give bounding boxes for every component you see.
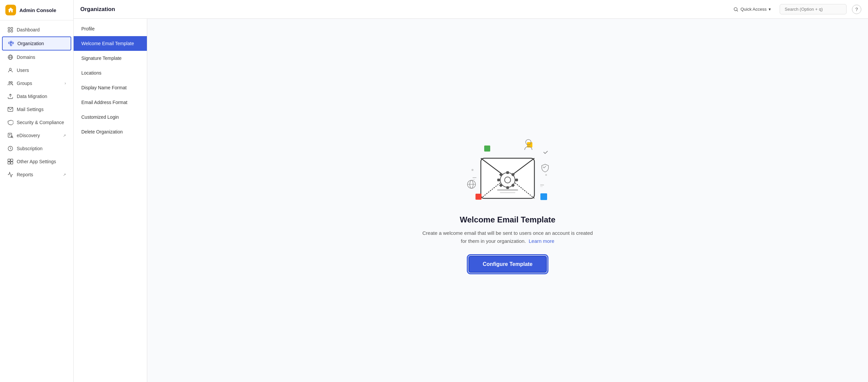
- submenu-item-customized-login[interactable]: Customized Login: [73, 110, 147, 124]
- content-area: Profile Welcome Email Template Signature…: [73, 19, 868, 382]
- sidebar-label-dashboard: Dashboard: [17, 27, 40, 32]
- submenu-item-welcome-email[interactable]: Welcome Email Template: [73, 36, 147, 51]
- svg-point-13: [9, 68, 11, 70]
- sidebar-label-groups: Groups: [17, 81, 32, 86]
- svg-point-26: [734, 7, 737, 10]
- svg-point-14: [9, 82, 11, 83]
- sidebar: Admin Console Dashboard Organization Dom…: [0, 0, 73, 382]
- svg-rect-22: [8, 159, 10, 162]
- main-area: Organization Quick Access ▾ ? Profile We…: [73, 0, 868, 382]
- sidebar-item-users[interactable]: Users: [2, 64, 71, 76]
- sidebar-item-domains[interactable]: Domains: [2, 51, 71, 64]
- sidebar-label-users: Users: [17, 68, 29, 73]
- external-link-icon-reports: ↗: [63, 172, 66, 177]
- submenu-item-locations[interactable]: Locations: [73, 66, 147, 80]
- svg-rect-2: [8, 30, 10, 32]
- svg-rect-45: [540, 193, 547, 200]
- svg-rect-3: [11, 30, 13, 32]
- sidebar-item-mail-settings[interactable]: Mail Settings: [2, 103, 71, 116]
- topbar: Organization Quick Access ▾ ?: [73, 0, 868, 19]
- dropdown-arrow-icon: ▾: [769, 7, 771, 12]
- sidebar-item-security[interactable]: Security & Compliance: [2, 116, 71, 129]
- page-title: Organization: [80, 6, 724, 13]
- sidebar-label-domains: Domains: [17, 55, 35, 60]
- configure-template-button[interactable]: Configure Template: [468, 256, 547, 273]
- svg-rect-24: [8, 162, 10, 164]
- page-description-text: Create a welcome email that will be sent…: [422, 230, 593, 244]
- svg-point-15: [11, 82, 13, 83]
- svg-rect-1: [11, 27, 13, 29]
- svg-rect-23: [11, 159, 13, 162]
- submenu-item-profile[interactable]: Profile: [73, 22, 147, 36]
- page-main-content: Welcome Email Template Create a welcome …: [147, 19, 868, 382]
- sidebar-label-data-migration: Data Migration: [17, 94, 47, 99]
- submenu-item-delete-org[interactable]: Delete Organization: [73, 124, 147, 139]
- sidebar-label-other-app-settings: Other App Settings: [17, 159, 56, 164]
- help-button[interactable]: ?: [852, 5, 861, 14]
- page-description: Create a welcome email that will be sent…: [421, 229, 595, 245]
- sidebar-label-mail-settings: Mail Settings: [17, 107, 43, 112]
- search-icon: [733, 7, 739, 12]
- learn-more-link[interactable]: Learn more: [529, 238, 555, 244]
- svg-point-19: [11, 136, 13, 138]
- search-input[interactable]: [780, 4, 846, 14]
- sidebar-item-data-migration[interactable]: Data Migration: [2, 90, 71, 103]
- svg-rect-33: [506, 171, 509, 174]
- external-link-icon: ↗: [63, 133, 66, 138]
- submenu-item-signature-template[interactable]: Signature Template: [73, 51, 147, 66]
- sidebar-nav: Dashboard Organization Domains Users Gro…: [0, 21, 73, 382]
- svg-point-51: [471, 169, 473, 171]
- sidebar-header: Admin Console: [0, 0, 73, 21]
- svg-rect-7: [12, 42, 14, 44]
- quick-access-button[interactable]: Quick Access ▾: [730, 5, 774, 14]
- svg-rect-46: [475, 194, 482, 200]
- submenu: Profile Welcome Email Template Signature…: [73, 19, 147, 382]
- chevron-right-icon: ›: [65, 81, 66, 86]
- sidebar-label-security: Security & Compliance: [17, 120, 64, 125]
- svg-rect-34: [506, 186, 509, 189]
- sidebar-item-other-app-settings[interactable]: Other App Settings: [2, 155, 71, 168]
- svg-rect-36: [515, 179, 518, 181]
- sidebar-item-dashboard[interactable]: Dashboard: [2, 24, 71, 36]
- sidebar-item-reports[interactable]: Reports ↗: [2, 168, 71, 181]
- sidebar-item-organization[interactable]: Organization: [2, 36, 71, 51]
- svg-line-27: [737, 10, 738, 11]
- quick-access-label: Quick Access: [741, 7, 767, 12]
- svg-point-52: [546, 174, 547, 176]
- app-logo: [5, 5, 16, 15]
- sidebar-label-reports: Reports: [17, 172, 33, 177]
- svg-rect-4: [9, 42, 10, 44]
- submenu-item-display-name[interactable]: Display Name Format: [73, 80, 147, 95]
- app-title: Admin Console: [20, 7, 56, 13]
- submenu-item-email-address[interactable]: Email Address Format: [73, 95, 147, 110]
- page-heading: Welcome Email Template: [460, 215, 555, 224]
- sidebar-label-ediscovery: eDiscovery: [17, 133, 40, 138]
- svg-line-20: [12, 137, 13, 138]
- welcome-email-illustration: [454, 128, 561, 215]
- svg-rect-43: [484, 146, 490, 152]
- svg-rect-0: [8, 27, 10, 29]
- sidebar-label-organization: Organization: [18, 41, 44, 46]
- sidebar-label-subscription: Subscription: [17, 146, 42, 151]
- svg-rect-25: [11, 162, 13, 164]
- sidebar-item-ediscovery[interactable]: eDiscovery ↗: [2, 129, 71, 142]
- sidebar-item-subscription[interactable]: Subscription: [2, 142, 71, 155]
- sidebar-item-groups[interactable]: Groups ›: [2, 77, 71, 90]
- svg-rect-35: [497, 179, 500, 181]
